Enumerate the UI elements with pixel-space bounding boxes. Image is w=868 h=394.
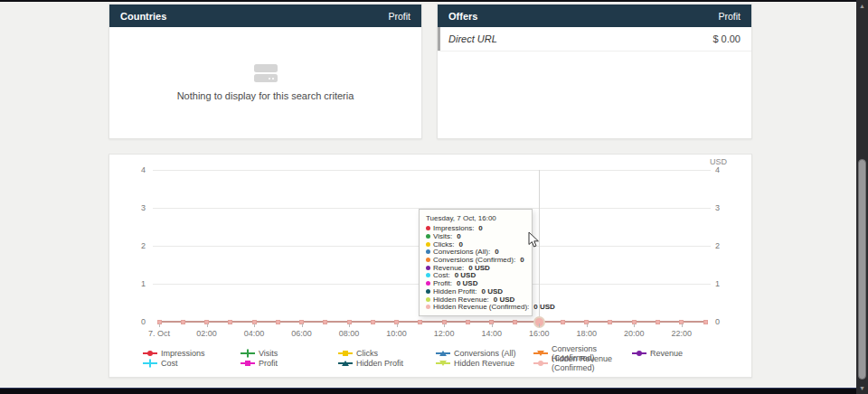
tooltip-items: Impressions:0Visits:0Clicks:0Conversions… [426,225,525,312]
x-axis-label: 02:00 [196,329,217,338]
tooltip-row-revenue: Revenue:0 USD [426,264,525,272]
x-axis-label: 22:00 [671,329,692,338]
x-axis-tick [349,324,350,327]
tooltip-row-clicks: Clicks:0 [426,240,525,249]
tooltip-bullet-icon [426,258,430,262]
tooltip-row-conversions-all: Conversions (All):0 [426,249,525,257]
data-point[interactable] [656,320,660,324]
legend-marker-icon [338,349,353,357]
data-point[interactable] [418,320,422,324]
tooltip-bullet-icon [426,305,430,309]
x-axis-label: 06:00 [291,329,312,338]
x-axis-label: 04:00 [244,329,265,338]
scrollbar-up-arrow-icon[interactable]: ▲ [856,1,868,11]
tooltip-title: Tuesday, 7 Oct, 16:00 [426,214,525,222]
scrollbar-thumb[interactable] [858,159,866,380]
legend-label: Conversions (All) [454,349,516,358]
x-axis-tick [444,324,445,327]
empty-state-icon [254,64,278,82]
countries-profit-column-header[interactable]: Profit [388,11,410,22]
legend-item-visits[interactable]: Visits [241,348,338,358]
window-top-edge [0,0,868,2]
data-point[interactable] [228,320,232,324]
y-axis-label-right: 1 [715,279,742,288]
tooltip-row-impressions: Impressions:0 [426,225,525,233]
y-axis-unit-label: USD [710,157,727,166]
x-axis-label: 7. Oct [148,329,170,338]
tooltip-bullet-icon [426,281,430,286]
offers-panel-header: Offers Profit [438,5,751,27]
chart-tooltip: Tuesday, 7 Oct, 16:00 Impressions:0Visit… [419,209,533,316]
legend-label: Profit [259,359,278,368]
offers-panel-title: Offers [448,11,477,22]
y-axis-label-right: 0 [715,317,742,326]
legend-item-clicks[interactable]: Clicks [338,348,436,358]
legend-marker-icon [143,349,157,357]
x-axis-tick [207,324,208,327]
x-axis-label: 18:00 [576,329,597,338]
legend-item-hidden-revenue[interactable]: Hidden Revenue [436,358,533,368]
x-axis-tick [254,324,255,327]
series-line [159,321,705,323]
data-point[interactable] [323,320,327,324]
chart-legend: ImpressionsVisitsClicksConversions (All)… [143,348,683,368]
legend-item-revenue[interactable]: Revenue [632,348,683,358]
data-point[interactable] [181,320,185,324]
tooltip-bullet-icon [426,273,430,277]
countries-panel-header: Countries Profit [109,5,421,27]
y-axis-label-right: 2 [715,241,742,250]
browser-scrollbar[interactable]: ▲ ▼ [856,0,868,394]
x-axis-tick [539,324,540,327]
y-axis-label-left: 0 [109,317,146,326]
empty-state-text: Nothing to display for this search crite… [177,90,354,101]
data-point[interactable] [608,320,612,324]
legend-item-conversions-all[interactable]: Conversions (All) [436,348,533,358]
tooltip-bullet-icon [426,242,430,247]
tooltip-bullet-icon [426,234,430,239]
legend-marker-icon [436,349,450,357]
x-axis-tick [302,324,303,327]
offer-profit-value: $ 0.00 [712,33,741,44]
tooltip-row-cost: Cost:0 USD [426,272,525,280]
tooltip-row-hidden-revenue: Hidden Revenue:0 USD [426,296,525,304]
data-point[interactable] [703,320,708,324]
legend-item-impressions[interactable]: Impressions [143,348,241,358]
x-axis-label: 20:00 [624,329,645,338]
y-axis-label-left: 3 [109,203,146,212]
window-bottom-edge [0,388,868,394]
mouse-cursor [528,231,540,249]
y-axis-label-right: 3 [715,203,742,212]
data-point[interactable] [561,320,565,324]
legend-label: Hidden Revenue [454,359,514,368]
tooltip-row-hidden-revenue-confirmed: Hidden Revenue (Confirmed):0 USD [426,303,525,311]
offers-profit-column-header[interactable]: Profit [718,11,741,22]
offer-row-direct-url[interactable]: Direct URL $ 0.00 [438,27,751,52]
tooltip-row-conversions-confirmed: Conversions (Confirmed):0 [426,256,525,264]
x-axis-tick [587,324,588,327]
legend-marker-icon [533,359,548,367]
legend-label: Cost [161,359,178,368]
data-point[interactable] [466,320,470,324]
legend-marker-icon [533,349,548,357]
legend-marker-icon [338,359,353,367]
legend-label: Hidden Profit [356,359,403,368]
y-axis-label-left: 1 [109,279,146,288]
data-point[interactable] [371,320,375,324]
data-point[interactable] [513,320,517,324]
chart-panel: 44332211007. Oct02:0004:0006:0008:0010:0… [108,154,752,378]
offers-list-scrollbar-thumb[interactable] [438,27,440,51]
tooltip-bullet-icon [426,297,430,302]
legend-marker-icon [436,359,450,367]
scrollbar-down-arrow-icon[interactable]: ▼ [856,383,868,393]
x-axis-tick [492,324,493,327]
legend-item-hidden-profit[interactable]: Hidden Profit [338,358,436,368]
legend-item-cost[interactable]: Cost [143,358,241,368]
x-axis-tick [397,324,398,327]
legend-item-hidden-revenue-confirmed[interactable]: Hidden Revenue (Confirmed) [533,358,632,368]
legend-item-profit[interactable]: Profit [241,358,338,368]
y-axis-label-left: 4 [109,165,146,174]
countries-panel-title: Countries [120,11,166,22]
data-point[interactable] [276,320,280,324]
x-axis-label: 12:00 [434,329,455,338]
legend-label: Impressions [161,349,205,358]
